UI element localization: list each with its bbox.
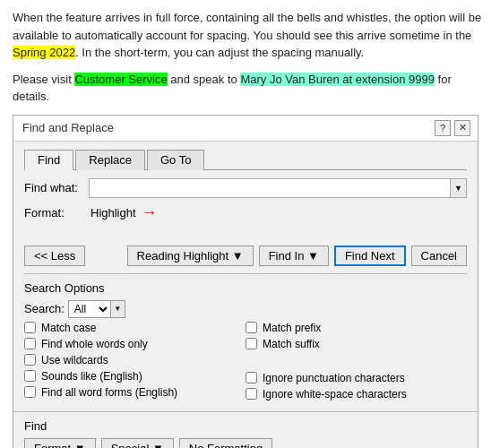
checkbox-wildcards: Use wildcards <box>24 354 246 366</box>
format-dropdown-button[interactable]: Format ▼ <box>24 438 96 449</box>
format-text: Highlight <box>91 206 136 220</box>
find-what-input[interactable] <box>89 178 451 198</box>
article-text-2: Please visit <box>13 73 72 86</box>
less-button[interactable]: << Less <box>24 246 85 266</box>
wildcards-label: Use wildcards <box>41 354 108 366</box>
checkbox-match-case: Match case <box>24 322 246 334</box>
dialog-footer: Find Format ▼ Special ▼ No Formatting <box>13 411 478 449</box>
ignore-whitespace-label: Ignore white-space characters <box>263 388 407 401</box>
match-suffix-checkbox[interactable] <box>246 338 257 349</box>
search-type-select[interactable]: All <box>68 300 111 318</box>
ignore-whitespace-checkbox[interactable] <box>246 388 257 400</box>
word-forms-label: Find all word forms (English) <box>41 386 177 399</box>
find-in-button[interactable]: Find In ▼ <box>259 246 329 266</box>
search-options-label: Search Options <box>24 281 467 295</box>
match-case-label: Match case <box>41 322 96 334</box>
footer-section-label: Find <box>24 419 467 433</box>
match-prefix-checkbox[interactable] <box>246 322 257 333</box>
find-what-label: Find what: <box>24 181 89 194</box>
whole-words-label: Find whole words only <box>41 338 148 350</box>
footer-button-row: Format ▼ Special ▼ No Formatting <box>24 438 467 449</box>
tab-find[interactable]: Find <box>24 150 73 170</box>
search-type-label: Search: <box>24 302 65 315</box>
highlight-customer-service: Customer Service <box>74 73 167 86</box>
match-case-checkbox[interactable] <box>24 322 36 333</box>
highlight-mary-jo: Mary Jo Van Buren at extension 9999 <box>240 73 435 86</box>
dialog-close-button[interactable]: ✕ <box>454 120 470 136</box>
article-text-1: When the feature arrives in full force, … <box>13 11 481 42</box>
no-formatting-button[interactable]: No Formatting <box>179 438 272 449</box>
article-text-1b: . In the short-term, you can adjust the … <box>75 46 364 59</box>
find-what-dropdown-arrow[interactable]: ▼ <box>451 178 467 198</box>
find-next-button[interactable]: Find Next <box>334 246 406 266</box>
highlight-spring-2022: Spring 2022 <box>13 46 75 59</box>
sounds-like-label: Sounds like (English) <box>41 370 142 383</box>
format-label: Format: <box>24 206 89 220</box>
sounds-like-checkbox[interactable] <box>24 370 36 382</box>
dialog-title: Find and Replace <box>22 121 114 134</box>
dialog-titlebar: Find and Replace ? ✕ <box>13 116 478 142</box>
match-prefix-label: Match prefix <box>263 322 321 334</box>
find-what-combo: ▼ <box>89 178 467 198</box>
checkbox-ignore-whitespace: Ignore white-space characters <box>246 388 467 401</box>
checkbox-ignore-punct: Ignore punctuation characters <box>246 372 467 384</box>
search-checkboxes: Match case Find whole words only Use wil… <box>24 322 467 402</box>
dialog-controls: ? ✕ <box>435 120 470 136</box>
search-col-left: Match case Find whole words only Use wil… <box>24 322 246 402</box>
dialog-tabs: Find Replace Go To <box>24 149 467 170</box>
search-options-section: Search Options Search: All ▼ Match case <box>24 273 467 402</box>
find-what-row: Find what: ▼ <box>24 177 467 199</box>
search-col-right: Match prefix Match suffix Ignore punctua… <box>246 322 467 402</box>
checkbox-match-suffix: Match suffix <box>246 338 467 350</box>
dialog-help-button[interactable]: ? <box>435 120 451 136</box>
main-button-row: << Less Reading Highlight ▼ Find In ▼ Fi… <box>24 246 467 266</box>
article-paragraph-1: When the feature arrives in full force, … <box>13 9 487 62</box>
format-value: Highlight ← <box>91 203 158 222</box>
whole-words-checkbox[interactable] <box>24 338 36 349</box>
checkbox-whole-words: Find whole words only <box>24 338 246 350</box>
checkbox-word-forms: Find all word forms (English) <box>24 386 246 399</box>
reading-highlight-button[interactable]: Reading Highlight ▼ <box>127 246 254 266</box>
tab-goto[interactable]: Go To <box>147 150 204 170</box>
search-type-combo: All ▼ <box>68 300 125 318</box>
checkbox-match-prefix: Match prefix <box>246 322 467 334</box>
search-type-row: Search: All ▼ <box>24 300 467 318</box>
find-replace-dialog: Find and Replace ? ✕ Find Replace Go To … <box>13 115 478 449</box>
checkbox-sounds-like: Sounds like (English) <box>24 370 246 383</box>
word-forms-checkbox[interactable] <box>24 386 36 398</box>
format-row: Format: Highlight ← <box>24 202 467 224</box>
dialog-body: Find Replace Go To Find what: ▼ Format: … <box>13 142 478 411</box>
search-type-arrow[interactable]: ▼ <box>111 300 125 318</box>
cancel-button[interactable]: Cancel <box>411 246 467 266</box>
wildcards-checkbox[interactable] <box>24 354 36 366</box>
special-dropdown-button[interactable]: Special ▼ <box>101 438 174 449</box>
tab-replace[interactable]: Replace <box>75 150 145 170</box>
match-suffix-label: Match suffix <box>263 338 320 350</box>
ignore-punct-checkbox[interactable] <box>246 372 257 383</box>
article-paragraph-2: Please visit Customer Service and speak … <box>13 71 487 106</box>
red-arrow-icon: ← <box>142 203 158 222</box>
ignore-punct-label: Ignore punctuation characters <box>263 372 405 384</box>
article-text-2b: and speak to <box>170 73 237 86</box>
